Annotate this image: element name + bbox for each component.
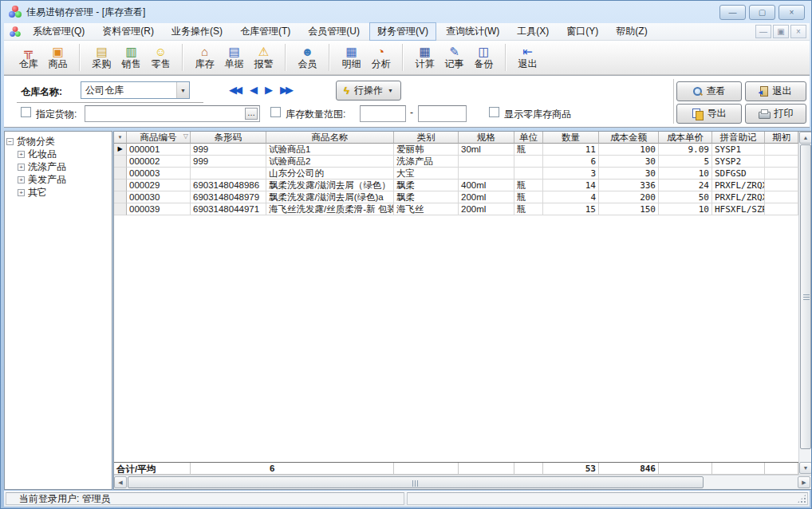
menu-item[interactable]: 窗口(Y) bbox=[558, 22, 606, 41]
table-row[interactable]: ▶000001999试验商品1爱丽韩30ml瓶111009.09SYSP1 bbox=[114, 144, 798, 156]
qty-range-from-input[interactable] bbox=[360, 105, 406, 122]
expand-icon[interactable]: + bbox=[18, 189, 25, 196]
toolbar-alarm-button[interactable]: ⚠报警 bbox=[249, 41, 278, 73]
menu-item[interactable]: 会员管理(U) bbox=[300, 22, 368, 41]
toolbar: ╦仓库▣商品▤采购▥销售☺零售⌂库存▤单据⚠报警☻会员▦明细◔分析▦计算✎记事◫… bbox=[4, 41, 810, 75]
expand-icon[interactable]: + bbox=[18, 151, 25, 158]
toolbar-inventory-button[interactable]: ⌂库存 bbox=[190, 41, 219, 73]
specify-goods-checkbox[interactable] bbox=[21, 107, 31, 117]
goods-input[interactable]: … bbox=[85, 105, 260, 122]
export-button[interactable]: 导出 bbox=[676, 104, 742, 124]
column-header[interactable]: 期初 bbox=[765, 132, 798, 144]
cell: 10 bbox=[659, 203, 712, 215]
table-row[interactable]: 0000306903148048979飘柔洗发露/滋润去屑(绿色)a飘柔200m… bbox=[114, 191, 798, 203]
column-header[interactable]: 成本单价 bbox=[659, 132, 712, 144]
toolbar-detail-button[interactable]: ▦明细 bbox=[337, 41, 366, 73]
row-operations-button[interactable]: ϟ 行操作 ▼ bbox=[336, 81, 401, 101]
scroll-up-button[interactable]: ▲ bbox=[799, 132, 812, 144]
toolbar-documents-button[interactable]: ▤单据 bbox=[219, 41, 249, 73]
cell: 洗涤产品 bbox=[394, 156, 459, 168]
horizontal-scroll-thumb[interactable] bbox=[128, 476, 704, 488]
toolbar-warehouse-button[interactable]: ╦仓库 bbox=[14, 41, 43, 73]
toolbar-calculate-button[interactable]: ▦计算 bbox=[410, 41, 440, 73]
last-record-button[interactable]: ▶▶ bbox=[280, 81, 293, 99]
mdi-close-button[interactable]: × bbox=[790, 25, 806, 38]
toolbar-notes-button[interactable]: ✎记事 bbox=[440, 41, 469, 73]
grid-options-button[interactable]: ▼ bbox=[114, 132, 127, 144]
grid-menu-icon: ▼ bbox=[118, 135, 123, 140]
toolbar-sales-button[interactable]: ▥销售 bbox=[116, 41, 146, 73]
vertical-scrollbar[interactable]: ▲ ▼ bbox=[798, 132, 811, 475]
column-header[interactable]: 数量 bbox=[543, 132, 599, 144]
toolbar-analysis-button[interactable]: ◔分析 bbox=[366, 41, 396, 73]
qty-range-to-input[interactable] bbox=[418, 105, 467, 122]
scroll-down-icon: ▼ bbox=[803, 465, 809, 471]
window-controls: — ▢ × bbox=[719, 5, 805, 20]
qty-range-label: 库存数量范围: bbox=[286, 108, 345, 121]
column-header[interactable]: 拼音助记 bbox=[712, 132, 765, 144]
exit-button[interactable]: 退出 bbox=[745, 81, 806, 101]
qty-range-checkbox[interactable] bbox=[270, 107, 281, 117]
vertical-scroll-thumb[interactable] bbox=[800, 144, 811, 449]
table-row[interactable]: 0000396903148044971海飞丝洗发露/丝质柔滑-新 包装海飞丝20… bbox=[114, 203, 798, 215]
expand-icon[interactable]: + bbox=[18, 164, 25, 171]
tree-item[interactable]: +化妆品 bbox=[6, 148, 110, 160]
menu-item[interactable]: 查询统计(W) bbox=[438, 22, 507, 41]
resize-grip[interactable] bbox=[797, 494, 806, 503]
horizontal-scrollbar[interactable]: ◀ ▶ bbox=[114, 475, 811, 489]
column-header[interactable]: 条形码 bbox=[191, 132, 266, 144]
prev-record-button[interactable]: ◀ bbox=[250, 81, 257, 99]
maximize-button[interactable]: ▢ bbox=[749, 5, 775, 20]
column-header[interactable]: 单位 bbox=[514, 132, 543, 144]
cell: 海飞丝 bbox=[394, 203, 459, 215]
toolbar-goods-button[interactable]: ▣商品 bbox=[43, 41, 73, 73]
expand-icon[interactable]: + bbox=[18, 176, 25, 183]
print-button[interactable]: 打印 bbox=[745, 104, 806, 124]
scroll-left-button[interactable]: ◀ bbox=[114, 476, 127, 488]
tree-item[interactable]: +其它 bbox=[6, 186, 110, 199]
scroll-down-button[interactable]: ▼ bbox=[799, 462, 812, 474]
toolbar-exit-button[interactable]: ⇤退出 bbox=[513, 41, 542, 73]
tree-item[interactable]: +美发产品 bbox=[6, 173, 110, 186]
browse-ellipsis-button[interactable]: … bbox=[245, 108, 258, 120]
table-row[interactable]: 0000296903148048986飘柔洗发露/滋润去屑（绿色）飘柔400ml… bbox=[114, 180, 798, 191]
toolbar-members-button[interactable]: ☻会员 bbox=[293, 41, 322, 73]
close-button[interactable]: × bbox=[778, 5, 805, 20]
menu-item[interactable]: 系统管理(Q) bbox=[25, 22, 93, 41]
collapse-icon[interactable]: − bbox=[6, 138, 14, 145]
specify-goods-label: 指定货物: bbox=[36, 108, 77, 121]
first-record-button[interactable]: ◀◀ bbox=[229, 81, 242, 99]
tree-item[interactable]: +洗涤产品 bbox=[6, 160, 110, 173]
tree-root[interactable]: − 货物分类 bbox=[6, 135, 110, 148]
toolbar-retail-button[interactable]: ☺零售 bbox=[146, 41, 175, 73]
grid-total-row: 合计/平均653846 bbox=[114, 462, 798, 475]
toolbar-backup-button[interactable]: ◫备份 bbox=[469, 41, 499, 73]
column-header-label: 成本金额 bbox=[610, 132, 647, 144]
column-header[interactable]: 商品名称 bbox=[266, 132, 394, 144]
mdi-restore-button[interactable]: ▣ bbox=[773, 25, 789, 38]
view-button[interactable]: 查看 bbox=[676, 81, 742, 101]
menu-item[interactable]: 业务操作(S) bbox=[164, 22, 231, 41]
column-header[interactable]: 规格 bbox=[459, 132, 514, 144]
menu-item[interactable]: 工具(X) bbox=[509, 22, 557, 41]
record-nav: ◀◀◀▶▶▶ bbox=[229, 81, 293, 99]
minimize-button[interactable]: — bbox=[719, 5, 746, 20]
menu-item[interactable]: 资料管理(R) bbox=[94, 22, 162, 41]
cell: 999 bbox=[191, 144, 266, 156]
toolbar-purchase-button[interactable]: ▤采购 bbox=[87, 41, 116, 73]
menu-item[interactable]: 帮助(Z) bbox=[608, 22, 655, 41]
table-row[interactable]: 000003山东分公司的大宝33010SDFGSD bbox=[114, 168, 798, 180]
scroll-right-button[interactable]: ▶ bbox=[798, 476, 810, 488]
column-header[interactable]: 商品编号▽ bbox=[127, 132, 191, 144]
column-header[interactable]: 类别 bbox=[394, 132, 459, 144]
chevron-down-icon[interactable]: ▼ bbox=[176, 82, 189, 98]
show-zero-stock-checkbox[interactable] bbox=[489, 107, 499, 117]
warehouse-select[interactable]: 公司仓库 ▼ bbox=[81, 81, 190, 99]
column-header[interactable]: 成本金额 bbox=[599, 132, 659, 144]
table-row[interactable]: 000002999试验商品2洗涤产品6305SYSP2 bbox=[114, 156, 798, 168]
menu-item[interactable]: 仓库管理(T) bbox=[232, 22, 298, 41]
mdi-minimize-button[interactable]: — bbox=[755, 25, 771, 38]
next-record-button[interactable]: ▶ bbox=[265, 81, 272, 99]
cell: 4 bbox=[543, 191, 599, 203]
menu-item[interactable]: 财务管理(V) bbox=[369, 22, 436, 41]
